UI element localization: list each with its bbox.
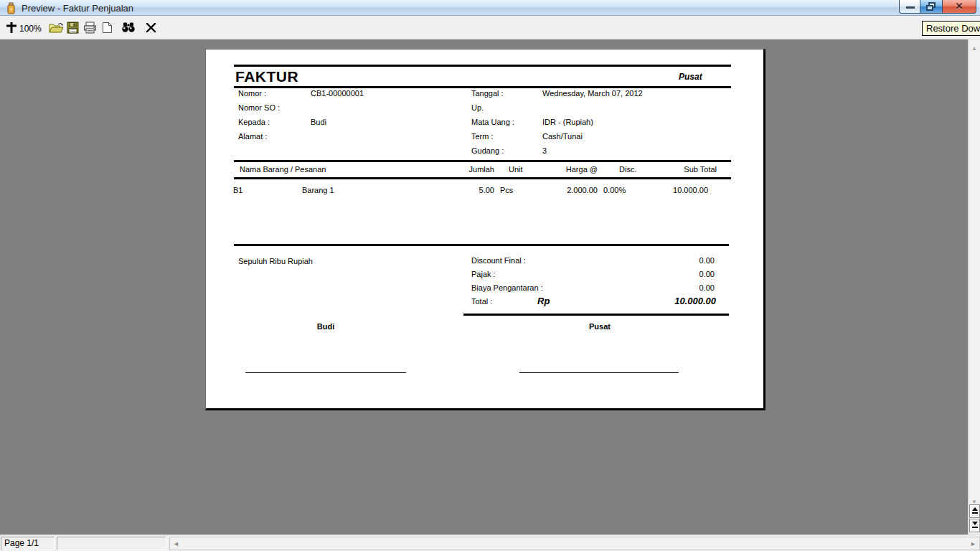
summary-value: 0.00 [571,270,715,278]
app-icon [6,2,16,14]
minimize-button[interactable] [899,0,920,14]
page-up-icon [972,507,978,511]
page-down-icon [972,522,978,525]
header-top-rule [234,65,731,67]
info-label: Mata Uang : [471,118,514,126]
vertical-scrollbar[interactable]: ▲ ▼ [968,39,980,534]
invoice-branch-header: Pusat [679,72,702,82]
info-value: 3 [542,146,547,155]
col-header-disc: Disc. [619,165,636,174]
page-indicator: Page 1/1 [1,537,55,550]
signature-line-left [245,372,406,373]
minimize-icon [906,6,915,9]
item-disc: 0.00% [603,186,626,194]
info-label: Up. [471,103,484,112]
print-button[interactable] [83,22,97,34]
col-header-subtotal: Sub Total [638,165,717,174]
item-subtotal: 10.000.00 [629,186,708,194]
zoom-tool-icon[interactable] [5,22,18,34]
window-controls: ✕ [899,0,976,14]
item-unit: Pcs [500,186,513,194]
scroll-right-icon[interactable]: ► [970,540,976,547]
horizontal-scrollbar[interactable]: ◄ ► [169,537,980,550]
col-header-unit: Unit [509,165,523,174]
info-label: Kepada : [238,118,270,126]
col-header-price: Harga @ [526,165,598,174]
info-value: Wednesday, March 07, 2012 [542,89,643,98]
info-label: Tanggal : [471,89,504,98]
amount-in-words: Sepuluh Ribu Rupiah [238,257,313,265]
window-title: Preview - Faktur Penjualan [22,3,133,14]
info-label: Term : [471,132,494,141]
info-label: Alamat : [238,132,267,141]
scroll-up-icon[interactable]: ▲ [969,45,980,52]
close-window-button[interactable]: ✕ [942,0,976,14]
col-header-qty: Jumlah [437,165,494,174]
restore-down-button[interactable] [920,0,942,14]
total-currency: Rp [537,296,550,306]
header-bottom-rule [234,86,731,88]
signature-branch-name: Pusat [550,322,650,331]
table-header-bottom-rule [234,177,731,179]
summary-value: 0.00 [571,256,715,265]
preview-area: FAKTUR Pusat Nomor : CB1-00000001 Nomor … [0,39,980,534]
items-bottom-rule [234,244,729,246]
total-label: Total : [471,297,492,306]
new-page-button[interactable] [102,22,113,34]
find-button[interactable] [121,22,136,33]
total-rule [463,314,729,316]
info-value: IDR - (Rupiah) [542,118,593,126]
summary-label: Biaya Pengantaran : [471,283,543,292]
signature-customer-name: Budi [275,322,376,331]
signature-line-right [519,372,679,373]
zoom-level-label[interactable]: 100% [19,24,42,34]
total-value: 10.000.00 [573,296,716,306]
item-name: Barang 1 [302,186,334,194]
open-file-button[interactable] [49,22,64,34]
summary-label: Pajak : [471,270,496,278]
table-header-top-rule [234,160,731,162]
info-value: Cash/Tunai [542,132,583,141]
summary-label: Discount Final : [471,256,526,265]
item-price: 2.000.00 [526,186,598,194]
item-code: B1 [233,186,242,194]
close-icon: ✕ [943,0,976,13]
info-label: Nomor : [238,89,266,98]
first-page-button[interactable] [969,504,980,518]
info-label: Nomor SO : [238,103,280,112]
close-preview-button[interactable] [145,22,157,34]
invoice-title: FAKTUR [235,68,298,85]
restore-down-tooltip: Restore Down [922,21,980,36]
col-header-name: Nama Barang / Pesanan [240,165,326,174]
save-button[interactable] [67,22,79,34]
toolbar: 100% [0,16,980,39]
scroll-left-icon[interactable]: ◄ [173,540,179,547]
item-qty: 5.00 [437,186,494,194]
info-label: Gudang : [471,146,504,155]
status-bar: Page 1/1 ◄ ► [0,534,980,551]
title-bar: Preview - Faktur Penjualan ✕ [0,0,980,16]
status-panel-empty [57,537,166,550]
summary-value: 0.00 [571,283,715,292]
invoice-page: FAKTUR Pusat Nomor : CB1-00000001 Nomor … [205,49,765,410]
info-value: Budi [311,118,326,126]
info-value: CB1-00000001 [311,89,364,98]
last-page-button[interactable] [969,519,980,532]
